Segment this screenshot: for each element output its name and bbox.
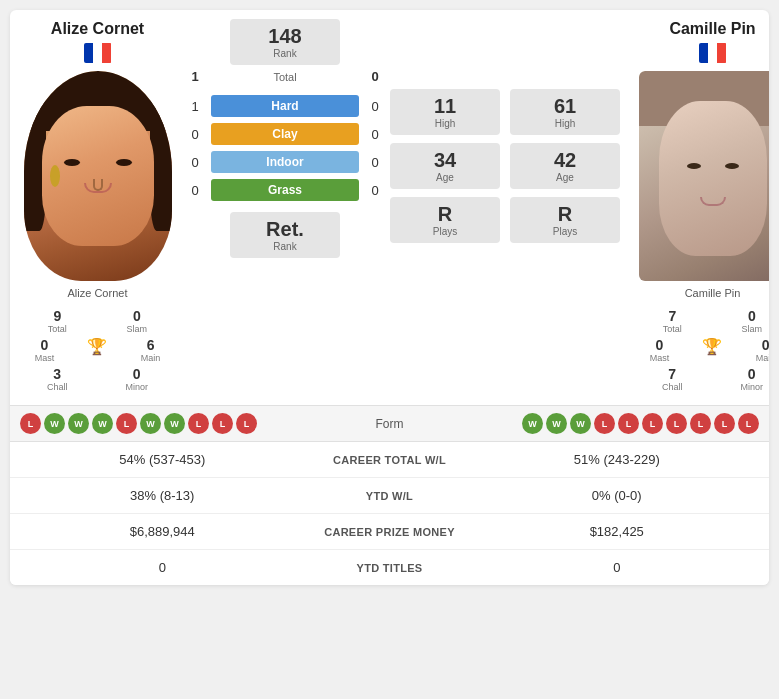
form-badge: W xyxy=(546,413,567,434)
comparison-section: Alize Cornet xyxy=(10,10,769,405)
form-badge: W xyxy=(92,413,113,434)
left-stat-slam: 0 Slam xyxy=(127,308,148,334)
stat-right-value: 51% (243-229) xyxy=(480,452,755,467)
right-plays-box: R Plays xyxy=(510,197,620,243)
left-stat-chall: 3 Chall xyxy=(47,366,68,392)
left-plays-box: R Plays xyxy=(390,197,500,243)
stat-left-value: 0 xyxy=(25,560,300,575)
stat-center-label: Career Prize Money xyxy=(300,526,480,538)
left-stat-minor: 0 Minor xyxy=(125,366,148,392)
stat-center-label: YTD Titles xyxy=(300,562,480,574)
surface-indoor: 0 Indoor 0 xyxy=(185,151,385,173)
left-stat-main: 6 Main xyxy=(141,337,161,363)
left-stat-mast: 0 Mast xyxy=(35,337,55,363)
left-player-stats: 9 Total 0 Slam 0 Mast 🏆 xyxy=(18,305,177,395)
left-player-subname: Alize Cornet xyxy=(68,287,128,299)
surface-rows: 1 Hard 0 0 Clay 0 0 Indoor 0 0 Grass xyxy=(185,88,385,208)
form-badge: L xyxy=(666,413,687,434)
right-player-name: Camille Pin xyxy=(669,20,755,38)
stat-right-value: $182,425 xyxy=(480,524,755,539)
stat-center-label: Career Total W/L xyxy=(300,454,480,466)
right-trophy-icon: 🏆 xyxy=(702,337,722,363)
right-stat-slam: 0 Slam xyxy=(742,308,763,334)
stat-row: 0 YTD Titles 0 xyxy=(10,550,769,585)
total-row: 1 Total 0 xyxy=(185,69,385,84)
form-badge: L xyxy=(594,413,615,434)
left-stat-total: 9 Total xyxy=(48,308,67,334)
left-form-badges: LWWWLWWLLL xyxy=(20,413,355,434)
form-badge: W xyxy=(570,413,591,434)
right-high-box: 61 High xyxy=(510,89,620,135)
left-player-flag xyxy=(84,43,112,63)
stat-left-value: $6,889,944 xyxy=(25,524,300,539)
form-section: LWWWLWWLLL Form WWWLLLLLLL xyxy=(10,405,769,442)
form-badge: L xyxy=(212,413,233,434)
stat-right-value: 0% (0-0) xyxy=(480,488,755,503)
left-trophy-icon: 🏆 xyxy=(87,337,107,363)
form-badge: L xyxy=(20,413,41,434)
surface-clay: 0 Clay 0 xyxy=(185,123,385,145)
stat-row: 54% (537-453) Career Total W/L 51% (243-… xyxy=(10,442,769,478)
form-badge: L xyxy=(188,413,209,434)
stat-center-label: YTD W/L xyxy=(300,490,480,502)
right-rank-box: Ret. Rank xyxy=(230,212,340,258)
right-player-col: Camille Pin Camille Pin xyxy=(625,10,769,405)
stat-row: $6,889,944 Career Prize Money $182,425 xyxy=(10,514,769,550)
form-badge: W xyxy=(522,413,543,434)
form-badge: W xyxy=(44,413,65,434)
left-center-stats: 11 High 34 Age R Plays xyxy=(385,10,505,252)
form-badge: L xyxy=(618,413,639,434)
left-player-col: Alize Cornet xyxy=(10,10,185,405)
left-player-photo xyxy=(24,71,172,281)
surface-clay-btn[interactable]: Clay xyxy=(211,123,359,145)
form-badge: L xyxy=(690,413,711,434)
stat-left-value: 38% (8-13) xyxy=(25,488,300,503)
surface-grass: 0 Grass 0 xyxy=(185,179,385,201)
right-stat-total: 7 Total xyxy=(663,308,682,334)
right-player-stats: 7 Total 0 Slam 0 Mast 🏆 xyxy=(633,305,769,395)
form-badge: W xyxy=(68,413,89,434)
right-player-photo xyxy=(639,71,770,281)
right-player-subname: Camille Pin xyxy=(685,287,741,299)
right-stat-minor: 0 Minor xyxy=(740,366,763,392)
right-stat-chall: 7 Chall xyxy=(662,366,683,392)
form-badge: W xyxy=(140,413,161,434)
surface-indoor-btn[interactable]: Indoor xyxy=(211,151,359,173)
right-age-box: 42 Age xyxy=(510,143,620,189)
right-player-flag xyxy=(699,43,727,63)
form-label: Form xyxy=(355,417,425,431)
left-age-box: 34 Age xyxy=(390,143,500,189)
right-stat-main: 0 Main xyxy=(756,337,769,363)
stat-left-value: 54% (537-453) xyxy=(25,452,300,467)
form-badge: L xyxy=(738,413,759,434)
right-form-badges: WWWLLLLLLL xyxy=(425,413,760,434)
form-badge: L xyxy=(116,413,137,434)
career-stats-section: 54% (537-453) Career Total W/L 51% (243-… xyxy=(10,442,769,585)
main-card: Alize Cornet xyxy=(10,10,769,585)
surface-grass-btn[interactable]: Grass xyxy=(211,179,359,201)
center-col: 148 Rank 1 Total 0 1 Hard 0 0 Clay 0 xyxy=(185,10,385,267)
right-center-stats: 61 High 42 Age R Plays xyxy=(505,10,625,252)
left-rank-box: 148 Rank xyxy=(230,19,340,65)
form-badge: L xyxy=(714,413,735,434)
form-badge: W xyxy=(164,413,185,434)
left-high-box: 11 High xyxy=(390,89,500,135)
surface-hard-btn[interactable]: Hard xyxy=(211,95,359,117)
left-player-name: Alize Cornet xyxy=(51,20,144,38)
right-stat-mast: 0 Mast xyxy=(650,337,670,363)
surface-hard: 1 Hard 0 xyxy=(185,95,385,117)
form-badge: L xyxy=(236,413,257,434)
form-badge: L xyxy=(642,413,663,434)
stat-right-value: 0 xyxy=(480,560,755,575)
stat-row: 38% (8-13) YTD W/L 0% (0-0) xyxy=(10,478,769,514)
